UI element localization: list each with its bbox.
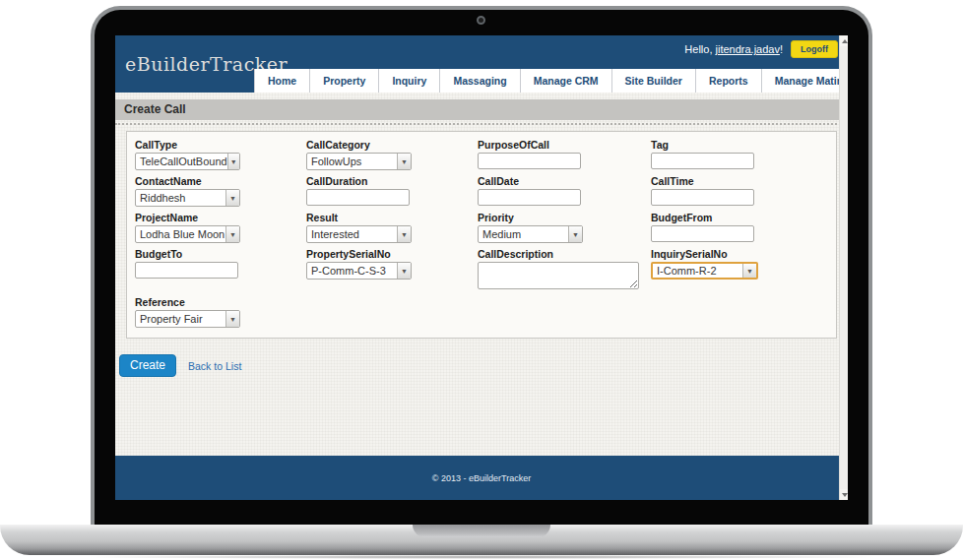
chevron-down-icon: ▼ bbox=[397, 263, 411, 279]
greeting-prefix: Hello, bbox=[684, 43, 715, 55]
nav-tab-home[interactable]: Home bbox=[254, 69, 310, 93]
reference-label: Reference bbox=[135, 296, 306, 308]
field-budget-to: BudgetTo bbox=[135, 246, 306, 291]
chevron-down-icon bbox=[842, 493, 848, 497]
scroll-down-button[interactable] bbox=[840, 489, 848, 500]
dotted-separator bbox=[115, 123, 848, 125]
call-duration-input[interactable] bbox=[306, 189, 410, 206]
create-button[interactable]: Create bbox=[119, 354, 176, 377]
field-call-duration: CallDuration bbox=[306, 173, 478, 207]
webcam-icon bbox=[477, 16, 485, 25]
call-type-label: CallType bbox=[135, 139, 306, 151]
field-priority: Priority Medium ▼ bbox=[478, 210, 651, 243]
nav-tab-reports[interactable]: Reports bbox=[696, 69, 762, 93]
chevron-down-icon: ▼ bbox=[227, 154, 239, 169]
field-call-type: CallType TeleCallOutBound ▼ bbox=[135, 137, 306, 170]
priority-select[interactable]: Medium ▼ bbox=[478, 225, 583, 243]
property-serial-no-select-value: P-Comm-C-S-3 bbox=[307, 265, 397, 277]
budget-to-label: BudgetTo bbox=[135, 248, 306, 260]
laptop-mockup: Hello, jitendra.jadav! Logoff eBuilderTr… bbox=[0, 0, 963, 560]
nav-tab-massaging[interactable]: Massaging bbox=[440, 69, 520, 93]
laptop-base bbox=[0, 525, 963, 555]
call-category-select[interactable]: FollowUps ▼ bbox=[306, 153, 412, 170]
project-name-select[interactable]: Lodha Blue Moon ▼ bbox=[135, 225, 240, 243]
call-category-label: CallCategory bbox=[306, 139, 478, 151]
call-duration-label: CallDuration bbox=[306, 175, 478, 187]
result-select[interactable]: Interested ▼ bbox=[306, 225, 412, 243]
nav-tab-site-builder[interactable]: Site Builder bbox=[612, 69, 696, 93]
chevron-down-icon: ▼ bbox=[397, 154, 411, 169]
call-date-label: CallDate bbox=[478, 175, 651, 187]
nav-tab-property[interactable]: Property bbox=[310, 69, 379, 93]
budget-from-input[interactable] bbox=[651, 225, 754, 242]
purpose-of-call-input[interactable] bbox=[478, 153, 581, 169]
field-tag: Tag bbox=[651, 137, 828, 170]
priority-label: Priority bbox=[478, 212, 651, 223]
username-link[interactable]: jitendra.jadav bbox=[716, 43, 780, 55]
contact-name-label: ContactName bbox=[135, 175, 306, 187]
field-budget-from: BudgetFrom bbox=[651, 210, 828, 243]
call-date-input[interactable] bbox=[478, 189, 581, 206]
field-inquiry-serial-no: InquirySerialNo I-Comm-R-2 ▼ bbox=[651, 246, 828, 291]
back-to-list-link[interactable]: Back to List bbox=[188, 360, 241, 372]
chevron-down-icon: ▼ bbox=[225, 226, 239, 242]
logoff-button[interactable]: Logoff bbox=[791, 40, 838, 58]
site-footer: © 2013 - eBuilderTracker bbox=[115, 456, 848, 500]
reference-select-value: Property Fair bbox=[136, 313, 225, 325]
vertical-scrollbar[interactable] bbox=[839, 35, 848, 500]
call-time-input[interactable] bbox=[651, 189, 754, 206]
project-name-label: ProjectName bbox=[135, 212, 306, 223]
call-type-select[interactable]: TeleCallOutBound ▼ bbox=[135, 153, 240, 170]
chevron-up-icon bbox=[842, 39, 848, 43]
property-serial-no-label: PropertySerialNo bbox=[306, 248, 478, 260]
call-description-textarea[interactable] bbox=[478, 262, 639, 289]
call-category-select-value: FollowUps bbox=[307, 156, 397, 167]
field-call-category: CallCategory FollowUps ▼ bbox=[306, 137, 478, 170]
tag-label: Tag bbox=[651, 139, 828, 151]
nav-tab-inquiry[interactable]: Inquiry bbox=[379, 69, 440, 93]
budget-from-label: BudgetFrom bbox=[651, 212, 828, 223]
call-description-label: CallDescription bbox=[478, 248, 651, 260]
field-contact-name: ContactName Riddhesh ▼ bbox=[135, 173, 306, 207]
inquiry-serial-no-select[interactable]: I-Comm-R-2 ▼ bbox=[651, 262, 758, 280]
result-label: Result bbox=[306, 212, 478, 223]
field-project-name: ProjectName Lodha Blue Moon ▼ bbox=[135, 210, 306, 243]
result-select-value: Interested bbox=[307, 228, 397, 240]
priority-select-value: Medium bbox=[479, 228, 568, 240]
tag-input[interactable] bbox=[651, 153, 754, 169]
chevron-down-icon: ▼ bbox=[225, 311, 239, 327]
inquiry-serial-no-label: InquirySerialNo bbox=[651, 248, 828, 260]
copyright-text: © 2013 - eBuilderTracker bbox=[432, 473, 531, 483]
inquiry-serial-no-select-value: I-Comm-R-2 bbox=[653, 265, 742, 277]
form-grid: CallType TeleCallOutBound ▼ CallCategory… bbox=[135, 137, 828, 328]
page-title: Create Call bbox=[115, 99, 848, 120]
contact-name-select-value: Riddhesh bbox=[136, 192, 225, 204]
chevron-down-icon: ▼ bbox=[568, 226, 582, 242]
field-call-description: CallDescription bbox=[478, 246, 651, 291]
greeting-suffix: ! bbox=[780, 43, 783, 55]
property-serial-no-select[interactable]: P-Comm-C-S-3 ▼ bbox=[306, 262, 412, 280]
greeting-text: Hello, jitendra.jadav! bbox=[684, 43, 783, 55]
laptop-base-notch bbox=[413, 525, 550, 537]
field-property-serial-no: PropertySerialNo P-Comm-C-S-3 ▼ bbox=[306, 246, 478, 291]
nav-tab-manage-matirial[interactable]: Manage Matirial bbox=[762, 69, 848, 93]
scroll-up-button[interactable] bbox=[840, 35, 848, 46]
purpose-of-call-label: PurposeOfCall bbox=[478, 139, 651, 151]
budget-to-input[interactable] bbox=[135, 262, 238, 279]
field-reference: Reference Property Fair ▼ bbox=[135, 294, 306, 328]
field-call-date: CallDate bbox=[478, 173, 651, 207]
field-purpose-of-call: PurposeOfCall bbox=[478, 137, 651, 170]
call-time-label: CallTime bbox=[651, 175, 828, 187]
chevron-down-icon: ▼ bbox=[225, 190, 239, 206]
call-type-select-value: TeleCallOutBound bbox=[136, 156, 227, 167]
chevron-down-icon: ▼ bbox=[742, 264, 756, 278]
nav-tab-manage-crm[interactable]: Manage CRM bbox=[521, 69, 612, 93]
nav-tabs: Home Property Inquiry Massaging Manage C… bbox=[254, 69, 848, 93]
browser-viewport: Hello, jitendra.jadav! Logoff eBuilderTr… bbox=[115, 35, 848, 500]
form-actions: Create Back to List bbox=[119, 354, 848, 377]
site-header: Hello, jitendra.jadav! Logoff eBuilderTr… bbox=[115, 35, 848, 93]
reference-select[interactable]: Property Fair ▼ bbox=[135, 310, 240, 328]
contact-name-select[interactable]: Riddhesh ▼ bbox=[135, 189, 240, 207]
laptop-base-shadow bbox=[69, 555, 894, 559]
field-call-time: CallTime bbox=[651, 173, 828, 207]
